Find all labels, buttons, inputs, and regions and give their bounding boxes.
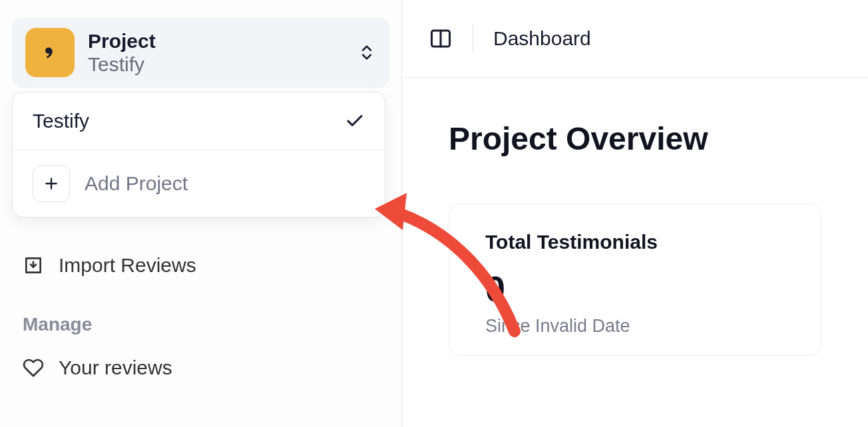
sidebar-item-label: Your reviews (59, 356, 172, 379)
project-selector-label: Project (88, 30, 344, 52)
project-selector-name: Testify (88, 53, 344, 75)
project-dropdown: Testify Add Project (12, 92, 385, 217)
total-testimonials-card: Total Testimonials 0 Since Invalid Date (449, 204, 821, 356)
breadcrumb: Dashboard (493, 27, 591, 50)
plus-icon (33, 165, 70, 202)
card-label: Total Testimonials (485, 231, 785, 253)
main-content: Dashboard Project Overview Total Testimo… (402, 0, 868, 427)
sidebar-item-label: Import Reviews (59, 254, 196, 277)
add-project-label: Add Project (85, 172, 188, 195)
sidebar-item-your-reviews[interactable]: Your reviews (12, 347, 389, 388)
add-project-button[interactable]: Add Project (13, 150, 385, 217)
sidebar-item-import-reviews[interactable]: Import Reviews (12, 245, 389, 286)
topbar: Dashboard (402, 0, 868, 78)
chevrons-updown-icon (357, 43, 376, 62)
dropdown-item-label: Testify (33, 110, 89, 132)
panel-toggle-icon[interactable] (429, 27, 453, 51)
dropdown-item-testify[interactable]: Testify (13, 92, 385, 150)
project-selector-text: Project Testify (88, 30, 344, 75)
project-selector[interactable]: Project Testify (12, 17, 389, 88)
check-icon (345, 111, 365, 131)
project-logo (25, 28, 75, 77)
card-subtext: Since Invalid Date (485, 316, 785, 337)
comma-icon (40, 43, 60, 63)
import-icon (23, 255, 44, 276)
sidebar-section-manage: Manage (12, 314, 389, 335)
heart-icon (23, 357, 44, 378)
card-value: 0 (485, 271, 785, 307)
sidebar: Project Testify Testify Add Project Impo… (0, 0, 402, 427)
topbar-divider (473, 24, 473, 53)
page-title: Project Overview (449, 120, 821, 157)
